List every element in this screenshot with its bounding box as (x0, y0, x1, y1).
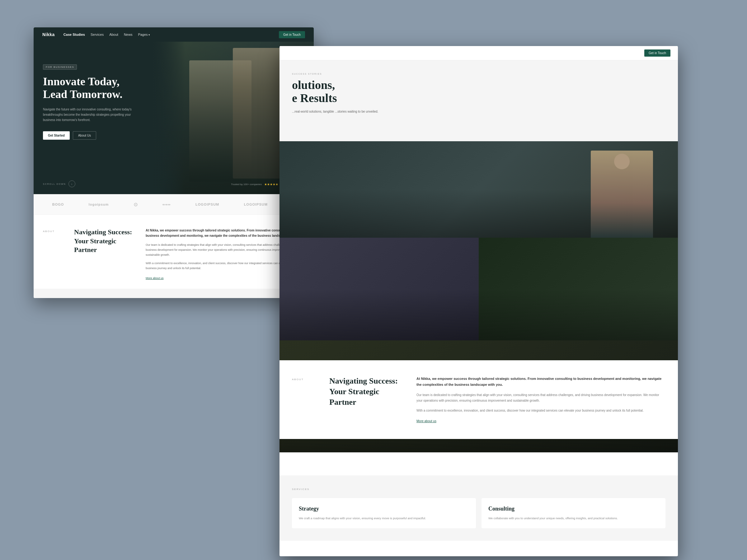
about-section: ABOUT Navigating Success: Your Strategic… (34, 215, 314, 293)
services-section: SERVICES Strategy We craft a roadmap tha… (34, 289, 314, 298)
overlay-navigation: Get in Touch (280, 46, 678, 60)
logos-bar: BOGO logoipsum ⊙ ∞∞∞ LOGOIPSUM LOGOIPSUM… (34, 194, 314, 215)
overlay-services-label: SERVICES (292, 488, 666, 490)
overlay-service-strategy-text: We craft a roadmap that aligns with your… (299, 516, 469, 521)
about-section-label: ABOUT (43, 230, 55, 233)
overlay-about-label: ABOUT (292, 378, 304, 381)
nav-pages[interactable]: Pages (138, 33, 150, 36)
hero-buttons: Get Started About Us (43, 131, 177, 140)
scroll-down-button[interactable]: ↓ (69, 181, 75, 187)
hero-section: FOR BUSINESSES Innovate Today, Lead Tomo… (34, 42, 314, 194)
overlay-about-content-col: At Nikka, we empower success through tai… (416, 376, 666, 423)
brand-logo: Nikka (42, 32, 55, 37)
logo-4: ∞∞∞ (162, 203, 171, 206)
trust-text: Trusted by 100+ companies (231, 183, 262, 186)
nav-case-studies[interactable]: Case Studies (63, 33, 85, 36)
overlay-hero-subtitle: ...real-world solutions, tangible ...sto… (292, 109, 398, 114)
logo-5: LOGOIPSUM (196, 203, 219, 206)
main-navigation: Nikka Case Studies Services About News P… (34, 27, 314, 42)
nav-about[interactable]: About (109, 33, 118, 36)
nav-links: Case Studies Services About News Pages (63, 33, 279, 36)
overlay-about-label-col: ABOUT (292, 376, 329, 423)
overlay-about-body-1: Our team is dedicated to crafting strate… (416, 392, 666, 403)
about-title-column: Navigating Success: Your Strategic Partn… (74, 228, 146, 280)
hero-subtitle: Navigate the future with our innovative … (43, 107, 136, 123)
overlay-hero-section: SUCCESS STORIES olutions, e Results ...r… (280, 60, 678, 141)
overlay-about-section: ABOUT Navigating Success: Your Strategic… (280, 360, 678, 439)
photo-block-top (280, 141, 678, 238)
overlay-service-consulting-title: Consulting (488, 506, 659, 512)
overlay-hero-tag: SUCCESS STORIES (292, 73, 666, 75)
nav-news[interactable]: News (124, 33, 133, 36)
logo-3: ⊙ (133, 202, 138, 208)
star-rating: ★★★★★ (264, 183, 278, 186)
hero-title: Innovate Today, Lead Tomorrow. (43, 75, 177, 101)
hero-content: FOR BUSINESSES Innovate Today, Lead Tomo… (34, 42, 186, 194)
overlay-service-consulting: Consulting We collaborate with you to un… (482, 498, 666, 528)
overlay-service-strategy: Strategy We craft a roadmap that aligns … (292, 498, 476, 528)
photo-person-silhouette (591, 151, 653, 238)
logo-1: BOGO (52, 203, 64, 206)
about-more-link[interactable]: More about us (146, 276, 164, 280)
overlay-about-lead: At Nikka, we empower success through tai… (416, 376, 666, 387)
overlay-about-body-2: With a commitment to excellence, innovat… (416, 408, 666, 414)
overlay-service-consulting-text: We collaborate with you to understand yo… (488, 516, 659, 521)
logo-2: logoipsum (89, 203, 109, 206)
overlay-hero-title: olutions, e Results (292, 79, 666, 105)
overlay-about-title-col: Navigating Success: Your Strategic Partn… (329, 376, 416, 423)
logo-6: LOGOIPSUM (244, 203, 268, 206)
overlay-about-title: Navigating Success: Your Strategic Partn… (329, 376, 407, 407)
hero-title-line1: Innovate Today, (43, 75, 120, 88)
overlay-services-grid: Strategy We craft a roadmap that aligns … (292, 498, 666, 528)
photo-gradient-mid-left (280, 238, 479, 340)
photo-block-mid-left (280, 238, 479, 340)
overlay-more-about-us-link[interactable]: More about us (416, 419, 436, 423)
overlay-service-strategy-title: Strategy (299, 506, 469, 512)
overlay-services-section: SERVICES Strategy We craft a roadmap tha… (280, 475, 678, 541)
photo-block-mid-right (479, 238, 678, 340)
nav-cta-button[interactable]: Get in Touch (279, 31, 305, 38)
overlay-browser-window: Get in Touch SUCCESS STORIES olutions, e… (280, 46, 678, 556)
about-label-column: ABOUT (43, 228, 74, 280)
main-browser-window: Nikka Case Studies Services About News P… (34, 27, 314, 298)
about-us-button[interactable]: About Us (73, 131, 96, 140)
overlay-title-line1: olutions, (292, 79, 666, 92)
about-title: Navigating Success: Your Strategic Partn… (74, 228, 139, 255)
scroll-down: SCROLL DOWN ↓ (43, 181, 75, 187)
scroll-down-label: SCROLL DOWN (43, 183, 66, 185)
hero-title-line2: Lead Tomorrow. (43, 88, 122, 101)
overlay-cta-button[interactable]: Get in Touch (644, 50, 670, 57)
photo-gradient-mid-right (479, 238, 678, 340)
get-started-button[interactable]: Get Started (43, 131, 70, 140)
nav-services[interactable]: Services (91, 33, 104, 36)
overlay-title-line2: e Results (292, 92, 666, 105)
hero-tag: FOR BUSINESSES (43, 64, 77, 70)
